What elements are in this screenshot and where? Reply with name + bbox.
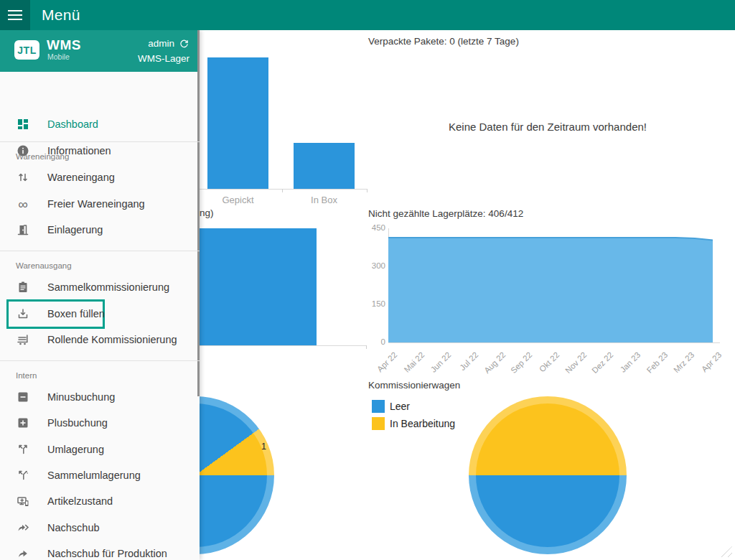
sidebar-item-plusbuchung[interactable]: Plusbuchung xyxy=(0,410,195,436)
refresh-icon[interactable] xyxy=(179,38,189,49)
bar-inbox[interactable] xyxy=(294,143,355,189)
sidebar-header: JTL WMS Mobile admin WMS-Lager xyxy=(0,30,200,72)
area-series[interactable] xyxy=(388,228,713,342)
sidebar-item-nachschub[interactable]: Nachschub xyxy=(0,515,195,541)
door-icon xyxy=(16,223,30,237)
x-tick-label: Mrz 23 xyxy=(667,350,696,380)
brand-name: WMS xyxy=(47,37,81,53)
sidebar-item-dashboard[interactable]: Dashboard xyxy=(0,111,195,137)
sidebar-item-sammelumlagerung[interactable]: Sammelumlagerung xyxy=(0,462,195,488)
chart1-category-label: In Box xyxy=(294,195,355,205)
sidebar-item-minusbuchung[interactable]: Minusbuchung xyxy=(0,384,195,410)
legend-swatch-leer[interactable] xyxy=(372,400,385,413)
y-tick-label: 150 xyxy=(362,299,385,308)
double-forward-arrow-icon xyxy=(16,521,30,535)
legend-label-leer[interactable]: Leer xyxy=(390,401,410,412)
devices-icon xyxy=(16,494,30,508)
forward-arrow-icon xyxy=(16,546,30,560)
swap-vertical-icon xyxy=(16,170,30,185)
hamburger-menu-icon[interactable] xyxy=(0,0,30,30)
legend-label-in-bearbeitung[interactable]: In Bearbeitung xyxy=(390,418,455,429)
kommissionierwagen-pie-chart[interactable] xyxy=(469,396,627,554)
divider xyxy=(0,141,200,142)
chart6-title: Kommissionierwagen xyxy=(368,380,460,391)
divider xyxy=(0,360,200,361)
split-arrows-icon xyxy=(16,442,30,457)
chart4-x-axis xyxy=(388,342,720,343)
sidebar-scrollbar[interactable] xyxy=(197,30,200,396)
jtl-logo: JTL xyxy=(14,40,39,60)
x-tick-label: Jul 22 xyxy=(450,350,479,380)
divider xyxy=(0,251,200,251)
chart1-category-label: Gepickt xyxy=(207,195,268,205)
chart4-title: Nicht gezählte Lagerplätze: 406/412 xyxy=(368,208,523,219)
chart1-axis-tick xyxy=(367,189,368,192)
brand-subtitle: Mobile xyxy=(47,52,70,61)
resize-grip-icon[interactable] xyxy=(721,546,732,557)
kommissionierwagen-pie-slices xyxy=(476,403,619,547)
sidebar-item-einlagerung[interactable]: Einlagerung xyxy=(0,217,195,243)
y-tick-label: 300 xyxy=(362,261,385,270)
x-tick-label: Aug 22 xyxy=(477,350,507,380)
fill-box-icon xyxy=(16,307,30,321)
x-tick-label: Feb 23 xyxy=(640,350,669,380)
user-name: admin xyxy=(148,36,174,51)
top-app-bar: Menü xyxy=(0,0,735,30)
bar-gepickt[interactable] xyxy=(207,57,268,189)
x-tick-label: Mai 22 xyxy=(396,350,426,380)
sidebar-item-nachschub-produktion[interactable]: Nachschub für Produktion xyxy=(0,541,195,560)
x-tick-label: Apr 22 xyxy=(369,350,398,380)
x-tick-label: Okt 22 xyxy=(531,350,561,380)
sidebar-item-artikelzustand[interactable]: Artikelzustand xyxy=(0,488,195,514)
sidebar-item-rollende-kommissionierung[interactable]: Rollende Kommissionierung xyxy=(0,327,195,353)
dashboard-icon xyxy=(16,117,30,131)
clipboard-icon xyxy=(16,280,30,294)
chart2-title: Verpackte Pakete: 0 (letzte 7 Tage) xyxy=(368,36,519,47)
sidebar-menu: JTL WMS Mobile admin WMS-Lager xyxy=(0,30,200,560)
minus-box-icon xyxy=(16,390,30,404)
chart3-title-fragment: ng) xyxy=(200,207,214,218)
plus-box-icon xyxy=(16,416,30,430)
y-tick-label: 0 xyxy=(362,337,385,346)
pie-slice-value-label: 1 xyxy=(261,442,266,452)
sidebar-item-sammelkommissionierung[interactable]: Sammelkommissionierung xyxy=(0,274,195,300)
no-data-message: Keine Daten für den Zeitraum vorhanden! xyxy=(368,121,727,133)
section-header-wareneingang: Wareneingang xyxy=(16,152,69,161)
sidebar-item-freier-wareneingang[interactable]: ∞ Freier Wareneingang xyxy=(0,191,195,217)
sidebar-item-wareneingang[interactable]: Wareneingang xyxy=(0,164,195,190)
x-tick-label: Apr 23 xyxy=(693,350,723,380)
trolley-icon xyxy=(16,332,30,347)
y-tick-label: 450 xyxy=(362,223,385,232)
x-tick-label: Nov 22 xyxy=(558,350,588,380)
split-arrows-multi-icon xyxy=(16,468,30,482)
page-title: Menü xyxy=(42,6,80,24)
x-tick-label: Sep 22 xyxy=(505,350,534,380)
sidebar-item-boxen-fuellen[interactable]: Boxen füllen xyxy=(0,301,195,327)
x-tick-label: Dez 22 xyxy=(586,350,615,380)
app-window: Gepickt In Box Verpackte Pakete: 0 (letz… xyxy=(0,0,735,560)
sidebar-item-umlagerung[interactable]: Umlagerung xyxy=(0,437,195,462)
area-x-labels: Apr 22Mai 22Jun 22Jul 22Aug 22Sep 22Okt … xyxy=(388,349,720,383)
section-header-warenausgang: Warenausgang xyxy=(16,261,72,270)
x-tick-label: Jan 23 xyxy=(612,350,642,380)
section-header-intern: Intern xyxy=(16,371,37,380)
chart1-axis-tick xyxy=(282,189,283,192)
x-tick-label: Jun 22 xyxy=(423,350,453,380)
warehouse-name: WMS-Lager xyxy=(138,51,189,66)
infinity-icon: ∞ xyxy=(16,197,30,211)
legend-swatch-in-bearbeitung[interactable] xyxy=(372,417,385,430)
